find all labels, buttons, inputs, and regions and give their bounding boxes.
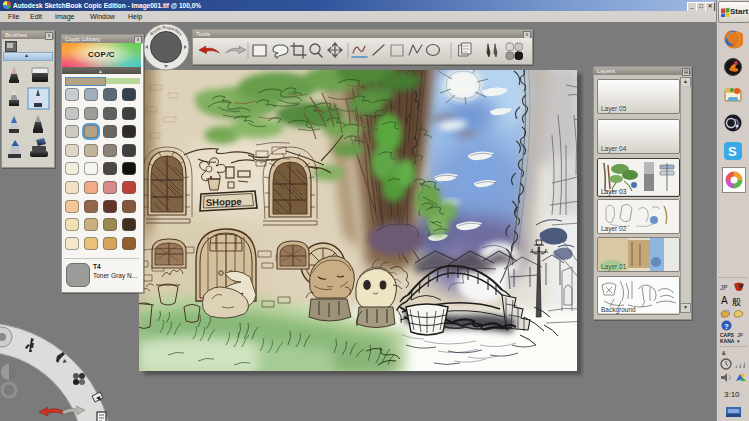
svg-text:?: ? bbox=[724, 322, 729, 331]
svg-text:S: S bbox=[728, 144, 737, 159]
svg-text:SHoppe: SHoppe bbox=[206, 196, 242, 208]
